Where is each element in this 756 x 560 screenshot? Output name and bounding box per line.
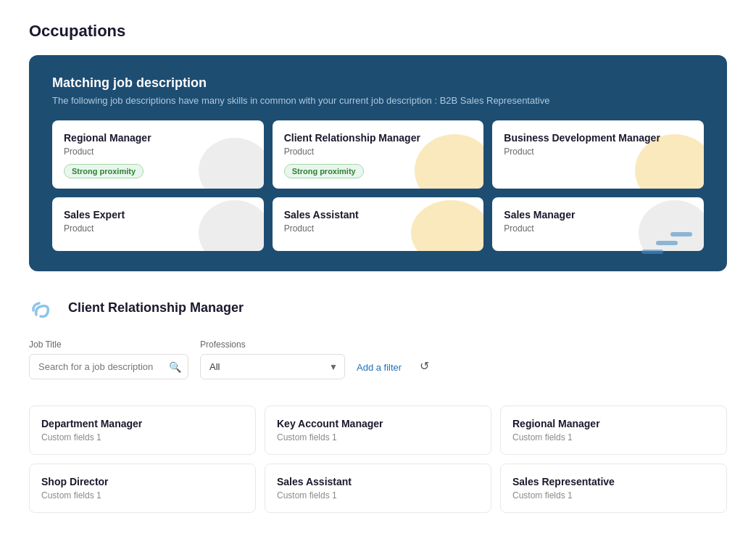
- list-card-sub-4: Custom fields 1: [277, 490, 479, 501]
- reset-icon: ↺: [420, 360, 429, 372]
- search-input[interactable]: [29, 354, 188, 379]
- job-title-label: Job Title: [29, 339, 188, 350]
- list-card-3[interactable]: Shop Director Custom fields 1: [29, 464, 256, 513]
- card-title-1: Client Relationship Manager: [284, 132, 473, 144]
- list-card-0[interactable]: Department Manager Custom fields 1: [29, 405, 256, 455]
- svg-rect-1: [656, 241, 678, 245]
- list-card-sub-1: Custom fields 1: [277, 432, 479, 442]
- svg-rect-0: [641, 250, 663, 254]
- matching-card-0[interactable]: Regional Manager Product Strong proximit…: [52, 120, 264, 189]
- card-title-0: Regional Manager: [64, 132, 252, 144]
- list-card-5[interactable]: Sales Representative Custom fields 1: [500, 464, 727, 513]
- add-filter-button[interactable]: Add a filter: [357, 355, 402, 379]
- professions-select[interactable]: All Sales Marketing Management: [200, 354, 345, 379]
- filters-row: Job Title 🔍 Professions All Sales Market…: [29, 339, 727, 379]
- deco-dashes: [641, 229, 707, 258]
- list-card-title-3: Shop Director: [41, 476, 244, 487]
- list-card-title-1: Key Account Manager: [277, 418, 479, 429]
- matching-card-4[interactable]: Sales Assistant Product: [273, 197, 484, 251]
- card-subtitle-2: Product: [504, 147, 692, 157]
- section-header: Client Relationship Manager: [29, 293, 727, 322]
- card-title-4: Sales Assistant: [284, 209, 473, 221]
- card-subtitle-1: Product: [284, 147, 473, 157]
- matching-cards-grid: Regional Manager Product Strong proximit…: [52, 120, 704, 251]
- card-title-2: Business Development Manager: [504, 132, 692, 144]
- card-subtitle-0: Product: [64, 147, 252, 157]
- matching-card-2[interactable]: Business Development Manager Product: [492, 120, 704, 189]
- list-card-title-4: Sales Assistant: [277, 476, 479, 487]
- list-card-4[interactable]: Sales Assistant Custom fields 1: [265, 464, 491, 513]
- professions-filter-group: Professions All Sales Marketing Manageme…: [200, 339, 345, 379]
- matching-card-3[interactable]: Sales Expert Product: [52, 197, 264, 251]
- section-below: Client Relationship Manager Job Title 🔍 …: [29, 293, 727, 513]
- card-subtitle-3: Product: [64, 223, 252, 234]
- list-card-title-5: Sales Representative: [512, 476, 715, 487]
- search-wrapper: 🔍: [29, 354, 188, 379]
- section-title: Client Relationship Manager: [68, 300, 244, 316]
- reset-button[interactable]: ↺: [413, 353, 436, 379]
- card-subtitle-4: Product: [284, 223, 473, 234]
- card-title-5: Sales Manager: [504, 209, 692, 221]
- card-badge-1: Strong proximity: [284, 164, 364, 178]
- matching-card-1[interactable]: Client Relationship Manager Product Stro…: [273, 120, 484, 189]
- list-card-sub-5: Custom fields 1: [512, 490, 715, 501]
- card-subtitle-5: Product: [504, 223, 692, 234]
- job-title-filter-group: Job Title 🔍: [29, 339, 188, 379]
- page-title: Occupations: [29, 22, 727, 41]
- professions-select-wrapper: All Sales Marketing Management ▼: [200, 354, 345, 379]
- list-card-2[interactable]: Regional Manager Custom fields 1: [500, 405, 727, 455]
- matching-panel: Matching job description The following j…: [29, 55, 727, 271]
- swirl-icon: [29, 293, 58, 322]
- list-card-title-2: Regional Manager: [512, 418, 715, 429]
- search-icon: 🔍: [169, 361, 181, 373]
- list-card-title-0: Department Manager: [41, 418, 244, 429]
- list-cards-grid: Department Manager Custom fields 1 Key A…: [29, 405, 727, 513]
- list-card-sub-3: Custom fields 1: [41, 490, 244, 501]
- matching-heading: Matching job description: [52, 75, 704, 91]
- card-badge-0: Strong proximity: [64, 164, 144, 178]
- card-title-3: Sales Expert: [64, 209, 252, 221]
- list-card-sub-0: Custom fields 1: [41, 432, 244, 442]
- professions-label: Professions: [200, 339, 345, 350]
- list-card-sub-2: Custom fields 1: [512, 432, 715, 442]
- matching-description: The following job descriptions have many…: [52, 95, 704, 106]
- list-card-1[interactable]: Key Account Manager Custom fields 1: [265, 405, 491, 455]
